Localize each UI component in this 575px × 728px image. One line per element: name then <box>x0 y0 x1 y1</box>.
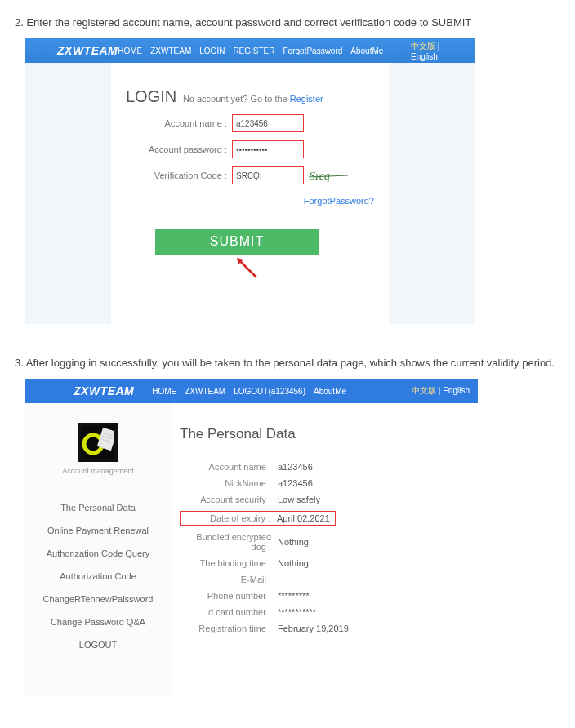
sidebar-item-logout[interactable]: LOGOUT <box>74 637 122 653</box>
forgot-password-link[interactable]: ForgotPassword? <box>304 196 374 206</box>
submit-button[interactable]: SUBMIT <box>155 229 319 255</box>
pd-row-phone: Phone number :********* <box>180 591 478 601</box>
sidebar-item-auth-code[interactable]: Authorization Code <box>55 568 141 584</box>
arrow-annotation-icon <box>234 256 258 282</box>
password-label: Account password : <box>126 144 232 154</box>
topbar-1: ZXWTEAM HOME ZXWTEAM LOGIN REGISTER Forg… <box>25 38 475 63</box>
sidebar-item-change-password[interactable]: ChangeRTehnewPalssword <box>38 591 158 607</box>
pd-row-binding: The binding time :Nothing <box>180 558 478 568</box>
screenshot-login: ZXWTEAM HOME ZXWTEAM LOGIN REGISTER Forg… <box>25 38 564 324</box>
nav-zxwteam[interactable]: ZXWTEAM <box>150 47 191 55</box>
captcha-image: Srcq <box>309 167 348 184</box>
login-title: LOGIN <box>126 87 176 106</box>
nav-forgot[interactable]: ForgotPassword <box>283 47 343 55</box>
sidebar: Account management The Personal Data Onl… <box>25 403 172 697</box>
brand-logo-2: ZXWTEAM <box>74 384 134 397</box>
brand-logo: ZXWTEAM <box>57 44 118 57</box>
sidebar-item-password-qa[interactable]: Change Password Q&A <box>46 614 150 630</box>
avatar-image <box>78 423 118 462</box>
lang2-en[interactable]: English <box>443 386 470 395</box>
personal-data-title: The Personal Data <box>180 426 478 442</box>
register-link[interactable]: Register <box>290 94 323 104</box>
sidebar-item-renewal[interactable]: Online Payment Renewal <box>42 522 154 539</box>
vcode-label: Verification Code : <box>126 171 232 180</box>
expiry-highlight: Date of expiry :April 02,2021 <box>180 511 336 526</box>
lang2-cn[interactable]: 中文版 <box>412 386 436 395</box>
pd-row-idcard: Id card number :*********** <box>180 607 478 617</box>
step-3-text: 3. After logging in successfully, you wi… <box>15 357 564 369</box>
sidebar-item-auth-query[interactable]: Authorization Code Query <box>42 545 155 562</box>
password-input[interactable]: ••••••••••• <box>232 140 304 158</box>
topbar-2: ZXWTEAM HOME ZXWTEAM LOGOUT(a123456) Abo… <box>25 379 478 403</box>
lang-sep: | <box>435 42 439 51</box>
nav2-zxwteam[interactable]: ZXWTEAM <box>185 387 225 396</box>
login-box: LOGIN No account yet? Go to the Register… <box>111 63 389 324</box>
nav2-about[interactable]: AboutMe <box>314 387 346 396</box>
lang-en[interactable]: English <box>411 52 438 61</box>
pd-row-email: E-Mail : <box>180 575 478 584</box>
nav-about[interactable]: AboutMe <box>350 47 383 55</box>
account-management-label: Account management <box>62 467 134 475</box>
step-2-text: 2. Enter the registered account name, ac… <box>15 16 564 29</box>
account-input[interactable]: a123456 <box>232 114 304 132</box>
pd-row-account: Account name :a123456 <box>180 462 478 472</box>
sidebar-item-personal-data[interactable]: The Personal Data <box>56 499 140 516</box>
nav-login[interactable]: LOGIN <box>199 47 225 55</box>
pd-row-dog: Bundled encrypted dog :Nothing <box>180 532 478 552</box>
pd-row-expiry: Date of expiry :April 02,2021 <box>180 511 478 526</box>
nav2-logout[interactable]: LOGOUT(a123456) <box>234 387 305 396</box>
pd-row-regtime: Registration time :February 19,2019 <box>180 624 478 633</box>
nav2-home[interactable]: HOME <box>152 387 176 396</box>
pd-row-nick: NickName :a123456 <box>180 478 478 488</box>
nav-home[interactable]: HOME <box>118 47 142 55</box>
screenshot-personal-data: ZXWTEAM HOME ZXWTEAM LOGOUT(a123456) Abo… <box>25 379 564 697</box>
login-subtitle: No account yet? Go to the Register <box>183 94 323 104</box>
account-label: Account name : <box>126 118 232 128</box>
personal-data-main: The Personal Data Account name :a123456 … <box>172 403 478 697</box>
pd-row-security: Account security :Low safely <box>180 495 478 504</box>
lang2-sep: | <box>436 386 443 395</box>
vcode-input[interactable]: SRCQ| <box>232 166 304 184</box>
svg-text:Srcq: Srcq <box>309 169 331 182</box>
lang-cn[interactable]: 中文版 <box>411 42 435 51</box>
nav-register[interactable]: REGISTER <box>233 47 274 55</box>
